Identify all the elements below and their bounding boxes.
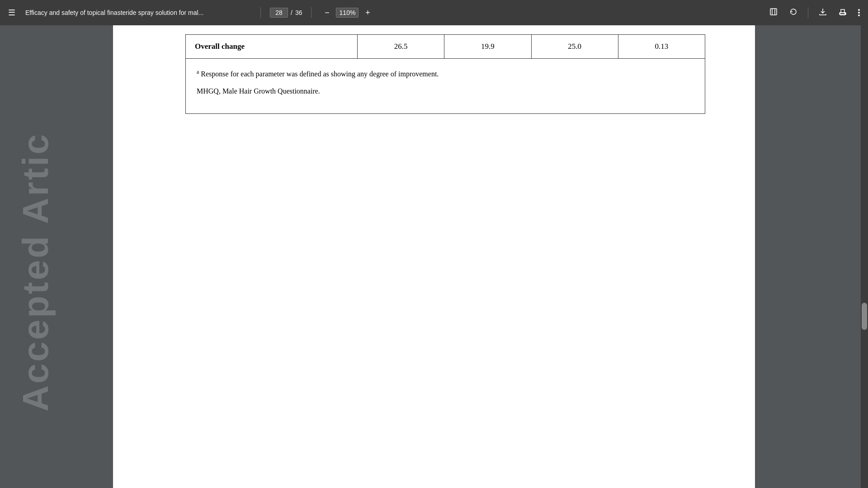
- zoom-in-button[interactable]: +: [361, 6, 374, 19]
- page-separator: /: [291, 9, 292, 16]
- footnote-line-2: MHGQ, Male Hair Growth Questionnaire.: [197, 85, 694, 97]
- document-title: Efficacy and safety of topical finasteri…: [25, 9, 251, 16]
- zoom-controls: − 110% +: [321, 6, 374, 19]
- toolbar-right-actions: [766, 5, 863, 20]
- fit-icon: [769, 7, 778, 19]
- data-table: Overall change 26.5 19.9 25.0 0.13: [185, 34, 705, 59]
- footnote-text-1: Response for each parameter was defined …: [199, 70, 439, 78]
- main-content: Accepted Artic Overall change 26.5 19.9 …: [0, 25, 868, 488]
- watermark: Accepted Artic: [0, 25, 72, 488]
- rotate-button[interactable]: [786, 5, 801, 20]
- svg-rect-0: [770, 9, 777, 15]
- toolbar: ☰ Efficacy and safety of topical finaste…: [0, 0, 868, 25]
- plus-icon: +: [365, 8, 370, 18]
- pdf-page: Overall change 26.5 19.9 25.0 0.13 a Res…: [113, 25, 755, 488]
- row-label: Overall change: [186, 35, 358, 59]
- hamburger-icon: ☰: [8, 8, 15, 18]
- svg-point-2: [845, 13, 845, 14]
- page-input[interactable]: [270, 8, 288, 18]
- row-col1: 26.5: [358, 35, 444, 59]
- empty-page-area: [113, 114, 755, 385]
- watermark-text: Accepted Artic: [15, 132, 57, 412]
- scrollbar-track[interactable]: [861, 25, 868, 488]
- more-icon: [858, 9, 860, 16]
- download-icon: [818, 7, 827, 19]
- fit-page-button[interactable]: [766, 5, 781, 20]
- table-container: Overall change 26.5 19.9 25.0 0.13 a Res…: [113, 25, 755, 114]
- divider-1: [260, 7, 261, 18]
- scrollbar-thumb[interactable]: [862, 303, 867, 330]
- row-col4: 0.13: [618, 35, 705, 59]
- menu-button[interactable]: ☰: [5, 6, 18, 19]
- page-total: 36: [295, 9, 302, 16]
- table-row: Overall change 26.5 19.9 25.0 0.13: [186, 35, 705, 59]
- row-col3: 25.0: [531, 35, 618, 59]
- page-navigation: / 36: [270, 8, 302, 18]
- zoom-out-button[interactable]: −: [321, 6, 333, 19]
- minus-icon: −: [325, 8, 330, 18]
- footnote-box: a Response for each parameter was define…: [185, 59, 705, 114]
- row-col2: 19.9: [444, 35, 531, 59]
- divider-3: [808, 7, 808, 18]
- print-icon: [838, 7, 847, 19]
- rotate-icon: [789, 7, 798, 19]
- divider-2: [311, 7, 311, 18]
- footnote-text-2: MHGQ, Male Hair Growth Questionnaire.: [197, 87, 320, 95]
- footnote-line-1: a Response for each parameter was define…: [197, 68, 694, 80]
- print-button[interactable]: [835, 5, 850, 20]
- zoom-value: 110%: [336, 8, 359, 18]
- more-options-button[interactable]: [855, 7, 863, 18]
- download-button[interactable]: [816, 5, 830, 20]
